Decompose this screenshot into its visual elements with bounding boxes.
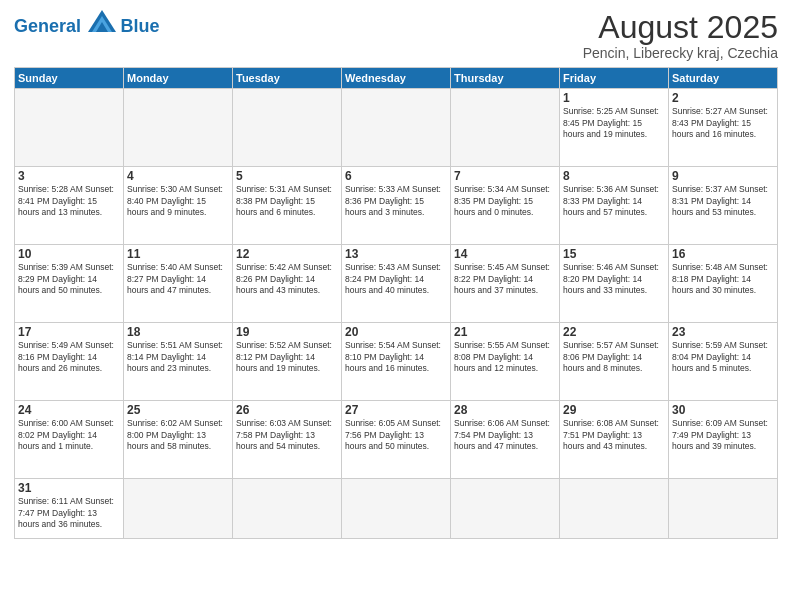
day-info: Sunrise: 5:37 AM Sunset: 8:31 PM Dayligh… xyxy=(672,184,774,218)
table-cell: 27Sunrise: 6:05 AM Sunset: 7:56 PM Dayli… xyxy=(342,401,451,479)
day-number: 23 xyxy=(672,325,774,339)
header-thursday: Thursday xyxy=(451,68,560,89)
title-block: August 2025 Pencin, Liberecky kraj, Czec… xyxy=(583,10,778,61)
header-monday: Monday xyxy=(124,68,233,89)
page: General Blue August 2025 Pencin, Liberec… xyxy=(0,0,792,612)
table-cell: 3Sunrise: 5:28 AM Sunset: 8:41 PM Daylig… xyxy=(15,167,124,245)
table-cell: 16Sunrise: 5:48 AM Sunset: 8:18 PM Dayli… xyxy=(669,245,778,323)
day-info: Sunrise: 5:40 AM Sunset: 8:27 PM Dayligh… xyxy=(127,262,229,296)
day-number: 6 xyxy=(345,169,447,183)
table-cell: 19Sunrise: 5:52 AM Sunset: 8:12 PM Dayli… xyxy=(233,323,342,401)
table-cell: 30Sunrise: 6:09 AM Sunset: 7:49 PM Dayli… xyxy=(669,401,778,479)
day-number: 8 xyxy=(563,169,665,183)
day-number: 19 xyxy=(236,325,338,339)
table-cell: 25Sunrise: 6:02 AM Sunset: 8:00 PM Dayli… xyxy=(124,401,233,479)
day-info: Sunrise: 5:31 AM Sunset: 8:38 PM Dayligh… xyxy=(236,184,338,218)
day-number: 22 xyxy=(563,325,665,339)
table-cell xyxy=(233,479,342,539)
day-number: 26 xyxy=(236,403,338,417)
day-number: 14 xyxy=(454,247,556,261)
table-cell: 24Sunrise: 6:00 AM Sunset: 8:02 PM Dayli… xyxy=(15,401,124,479)
day-info: Sunrise: 5:55 AM Sunset: 8:08 PM Dayligh… xyxy=(454,340,556,374)
day-number: 3 xyxy=(18,169,120,183)
day-number: 7 xyxy=(454,169,556,183)
logo-general: General xyxy=(14,16,81,36)
table-cell: 6Sunrise: 5:33 AM Sunset: 8:36 PM Daylig… xyxy=(342,167,451,245)
day-info: Sunrise: 5:45 AM Sunset: 8:22 PM Dayligh… xyxy=(454,262,556,296)
table-cell xyxy=(560,479,669,539)
table-cell xyxy=(342,89,451,167)
table-cell: 1Sunrise: 5:25 AM Sunset: 8:45 PM Daylig… xyxy=(560,89,669,167)
table-cell xyxy=(451,89,560,167)
day-info: Sunrise: 5:51 AM Sunset: 8:14 PM Dayligh… xyxy=(127,340,229,374)
table-cell xyxy=(233,89,342,167)
table-cell xyxy=(342,479,451,539)
logo-icon xyxy=(88,10,116,32)
day-number: 20 xyxy=(345,325,447,339)
header-sunday: Sunday xyxy=(15,68,124,89)
table-cell: 14Sunrise: 5:45 AM Sunset: 8:22 PM Dayli… xyxy=(451,245,560,323)
calendar-table: Sunday Monday Tuesday Wednesday Thursday… xyxy=(14,67,778,539)
table-cell: 12Sunrise: 5:42 AM Sunset: 8:26 PM Dayli… xyxy=(233,245,342,323)
table-cell: 28Sunrise: 6:06 AM Sunset: 7:54 PM Dayli… xyxy=(451,401,560,479)
day-number: 12 xyxy=(236,247,338,261)
table-cell: 17Sunrise: 5:49 AM Sunset: 8:16 PM Dayli… xyxy=(15,323,124,401)
table-cell xyxy=(451,479,560,539)
header-wednesday: Wednesday xyxy=(342,68,451,89)
header-friday: Friday xyxy=(560,68,669,89)
table-cell: 22Sunrise: 5:57 AM Sunset: 8:06 PM Dayli… xyxy=(560,323,669,401)
header-saturday: Saturday xyxy=(669,68,778,89)
day-number: 4 xyxy=(127,169,229,183)
day-info: Sunrise: 6:03 AM Sunset: 7:58 PM Dayligh… xyxy=(236,418,338,452)
day-info: Sunrise: 5:39 AM Sunset: 8:29 PM Dayligh… xyxy=(18,262,120,296)
day-number: 27 xyxy=(345,403,447,417)
day-number: 29 xyxy=(563,403,665,417)
calendar-title: August 2025 xyxy=(583,10,778,45)
table-cell: 15Sunrise: 5:46 AM Sunset: 8:20 PM Dayli… xyxy=(560,245,669,323)
table-cell xyxy=(124,479,233,539)
day-number: 11 xyxy=(127,247,229,261)
day-number: 30 xyxy=(672,403,774,417)
table-cell: 7Sunrise: 5:34 AM Sunset: 8:35 PM Daylig… xyxy=(451,167,560,245)
day-info: Sunrise: 6:08 AM Sunset: 7:51 PM Dayligh… xyxy=(563,418,665,452)
day-number: 5 xyxy=(236,169,338,183)
day-info: Sunrise: 6:00 AM Sunset: 8:02 PM Dayligh… xyxy=(18,418,120,452)
day-number: 31 xyxy=(18,481,120,495)
day-info: Sunrise: 5:49 AM Sunset: 8:16 PM Dayligh… xyxy=(18,340,120,374)
logo: General Blue xyxy=(14,10,160,37)
table-cell xyxy=(15,89,124,167)
day-info: Sunrise: 5:33 AM Sunset: 8:36 PM Dayligh… xyxy=(345,184,447,218)
day-number: 15 xyxy=(563,247,665,261)
day-number: 9 xyxy=(672,169,774,183)
table-cell: 10Sunrise: 5:39 AM Sunset: 8:29 PM Dayli… xyxy=(15,245,124,323)
logo-text: General xyxy=(14,16,86,36)
day-info: Sunrise: 5:34 AM Sunset: 8:35 PM Dayligh… xyxy=(454,184,556,218)
table-cell: 26Sunrise: 6:03 AM Sunset: 7:58 PM Dayli… xyxy=(233,401,342,479)
table-cell: 9Sunrise: 5:37 AM Sunset: 8:31 PM Daylig… xyxy=(669,167,778,245)
day-info: Sunrise: 6:06 AM Sunset: 7:54 PM Dayligh… xyxy=(454,418,556,452)
table-cell xyxy=(124,89,233,167)
table-cell: 18Sunrise: 5:51 AM Sunset: 8:14 PM Dayli… xyxy=(124,323,233,401)
day-info: Sunrise: 5:28 AM Sunset: 8:41 PM Dayligh… xyxy=(18,184,120,218)
day-number: 25 xyxy=(127,403,229,417)
table-cell: 20Sunrise: 5:54 AM Sunset: 8:10 PM Dayli… xyxy=(342,323,451,401)
table-cell: 5Sunrise: 5:31 AM Sunset: 8:38 PM Daylig… xyxy=(233,167,342,245)
day-info: Sunrise: 5:30 AM Sunset: 8:40 PM Dayligh… xyxy=(127,184,229,218)
day-number: 10 xyxy=(18,247,120,261)
day-number: 18 xyxy=(127,325,229,339)
day-info: Sunrise: 5:25 AM Sunset: 8:45 PM Dayligh… xyxy=(563,106,665,140)
table-cell: 4Sunrise: 5:30 AM Sunset: 8:40 PM Daylig… xyxy=(124,167,233,245)
day-info: Sunrise: 5:57 AM Sunset: 8:06 PM Dayligh… xyxy=(563,340,665,374)
calendar-header-row: Sunday Monday Tuesday Wednesday Thursday… xyxy=(15,68,778,89)
day-number: 13 xyxy=(345,247,447,261)
day-info: Sunrise: 6:02 AM Sunset: 8:00 PM Dayligh… xyxy=(127,418,229,452)
table-cell: 23Sunrise: 5:59 AM Sunset: 8:04 PM Dayli… xyxy=(669,323,778,401)
day-number: 1 xyxy=(563,91,665,105)
day-number: 16 xyxy=(672,247,774,261)
calendar-subtitle: Pencin, Liberecky kraj, Czechia xyxy=(583,45,778,61)
table-cell xyxy=(669,479,778,539)
table-cell: 21Sunrise: 5:55 AM Sunset: 8:08 PM Dayli… xyxy=(451,323,560,401)
header-tuesday: Tuesday xyxy=(233,68,342,89)
day-number: 17 xyxy=(18,325,120,339)
day-info: Sunrise: 5:27 AM Sunset: 8:43 PM Dayligh… xyxy=(672,106,774,140)
